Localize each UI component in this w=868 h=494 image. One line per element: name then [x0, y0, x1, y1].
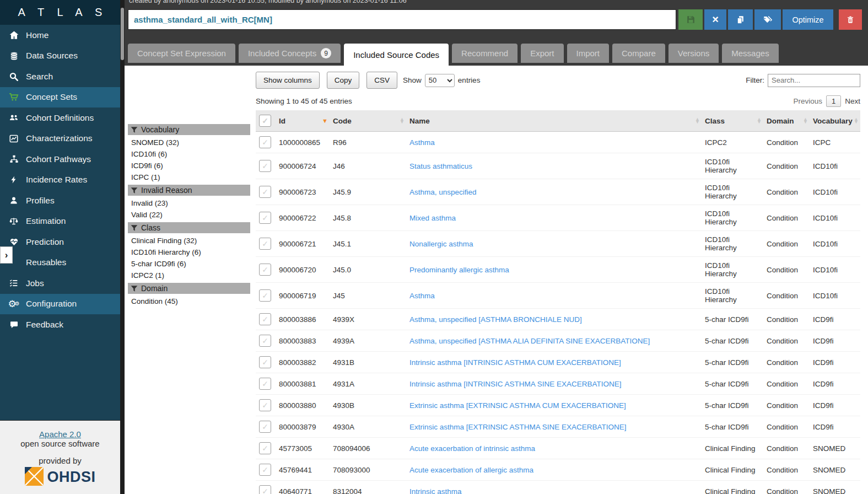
- row-checkbox[interactable]: ✓: [259, 356, 271, 368]
- concept-name-link[interactable]: Extrinsic asthma [EXTRINSIC ASTHMA CUM E…: [409, 401, 626, 410]
- row-checkbox[interactable]: ✓: [259, 264, 271, 276]
- sidebar-item-feedback[interactable]: Feedback: [0, 314, 120, 335]
- row-checkbox[interactable]: ✓: [259, 421, 271, 433]
- concept-name-link[interactable]: Predominantly allergic asthma: [409, 266, 509, 274]
- concept-name-link[interactable]: Intrinsic asthma [INTRINSIC ASTHMA SINE …: [409, 380, 622, 388]
- tab-export[interactable]: Export: [521, 44, 563, 63]
- show-columns-button[interactable]: Show columns: [256, 72, 320, 89]
- row-checkbox[interactable]: ✓: [259, 160, 271, 172]
- ohdsi-logo[interactable]: OHDSI: [0, 466, 120, 488]
- column-header-name[interactable]: Name▲▼: [406, 110, 702, 132]
- row-checkbox[interactable]: ✓: [259, 212, 271, 224]
- tab-compare[interactable]: Compare: [612, 44, 665, 63]
- sidebar-item-cohort-pathways[interactable]: Cohort Pathways: [0, 149, 120, 170]
- sidebar-item-data-sources[interactable]: Data Sources: [0, 46, 120, 67]
- tab-import[interactable]: Import: [567, 44, 610, 63]
- concept-name-link[interactable]: Intrinsic asthma: [409, 487, 462, 494]
- concept-name-link[interactable]: Extrinsic asthma [EXTRINSIC ASTHMA SINE …: [409, 423, 627, 431]
- column-header-code[interactable]: Code▲▼: [330, 110, 406, 132]
- tab-messages[interactable]: Messages: [722, 44, 778, 63]
- facet-item[interactable]: Condition (45): [128, 296, 250, 307]
- tab-included-concepts[interactable]: Included Concepts9: [239, 44, 341, 63]
- facet-item[interactable]: ICPC (1): [128, 171, 250, 183]
- facet-item[interactable]: ICD10fi (6): [128, 148, 250, 160]
- row-checkbox[interactable]: ✓: [259, 313, 271, 325]
- sidebar-item-jobs[interactable]: Jobs: [0, 273, 120, 294]
- cell-code: J46: [330, 153, 406, 179]
- sidebar-item-reusables[interactable]: Reusables: [0, 253, 120, 273]
- cell-domain: Condition: [763, 459, 810, 481]
- column-header-class[interactable]: Class▲▼: [702, 110, 763, 132]
- comment-icon: [7, 319, 21, 330]
- cell-id: 45769441: [276, 459, 330, 481]
- page-size-select[interactable]: 50: [425, 74, 455, 87]
- scrollbar-thumb[interactable]: [121, 8, 124, 60]
- concept-name-link[interactable]: Asthma: [409, 138, 435, 147]
- facet-item[interactable]: 5-char ICD9fi (6): [128, 258, 250, 270]
- concept-set-name-input[interactable]: [128, 9, 676, 30]
- sidebar-item-cohort-definitions[interactable]: Cohort Definitions: [0, 108, 120, 128]
- copy-button[interactable]: [728, 9, 753, 30]
- row-checkbox[interactable]: ✓: [259, 378, 271, 390]
- sidebar-item-incidence-rates[interactable]: Incidence Rates: [0, 170, 120, 191]
- facet-item[interactable]: ICD10fi Hierarchy (6): [128, 246, 250, 258]
- row-checkbox[interactable]: ✓: [259, 136, 271, 148]
- concept-name-link[interactable]: Asthma, unspecified [ASTHMA ALIA DEFINIT…: [409, 337, 650, 345]
- concept-name-link[interactable]: Acute exacerbation of intrinsic asthma: [409, 444, 535, 453]
- concept-name-link[interactable]: Asthma: [409, 292, 435, 300]
- row-checkbox[interactable]: ✓: [259, 464, 271, 476]
- column-header-vocabulary[interactable]: Vocabulary▲▼: [810, 110, 860, 132]
- row-checkbox[interactable]: ✓: [259, 289, 271, 302]
- facet-item[interactable]: ICD9fi (6): [128, 160, 250, 171]
- row-checkbox[interactable]: ✓: [259, 485, 271, 494]
- facet-item[interactable]: Clinical Finding (32): [128, 235, 250, 246]
- tab-recommend[interactable]: Recommend: [452, 44, 517, 63]
- optimize-button[interactable]: Optimize: [783, 9, 833, 30]
- concept-name-link[interactable]: Acute exacerbation of allergic asthma: [409, 466, 533, 474]
- page-number-button[interactable]: 1: [826, 95, 841, 107]
- cell-vocabulary: ICD10fi: [810, 179, 860, 205]
- select-all-checkbox[interactable]: ✓: [259, 115, 271, 127]
- tab-included-source-codes[interactable]: Included Source Codes: [344, 44, 449, 66]
- sidebar-item-home[interactable]: Home: [0, 25, 120, 46]
- save-button[interactable]: [678, 9, 703, 30]
- sidebar-item-estimation[interactable]: Estimation: [0, 211, 120, 232]
- concept-name-link[interactable]: Status asthmaticus: [409, 162, 472, 170]
- row-checkbox[interactable]: ✓: [259, 238, 271, 250]
- row-checkbox[interactable]: ✓: [259, 399, 271, 411]
- concept-name-link[interactable]: Asthma, unspecified: [409, 188, 477, 196]
- column-header-id[interactable]: Id▼: [276, 110, 330, 132]
- column-header-domain[interactable]: Domain▲▼: [763, 110, 810, 132]
- tasks-icon: [7, 278, 21, 289]
- sidebar-expand-button[interactable]: ›: [0, 246, 13, 264]
- facet-item[interactable]: ICPC2 (1): [128, 270, 250, 281]
- sidebar-item-profiles[interactable]: Profiles: [0, 190, 120, 211]
- sidebar-item-characterizations[interactable]: Characterizations: [0, 128, 120, 149]
- sidebar-item-concept-sets[interactable]: Concept Sets: [0, 87, 120, 108]
- previous-page-button[interactable]: Previous: [793, 97, 822, 105]
- next-page-button[interactable]: Next: [845, 97, 860, 105]
- sidebar-item-search[interactable]: Search: [0, 66, 120, 87]
- vertical-scrollbar[interactable]: [120, 0, 125, 494]
- copy-table-button[interactable]: Copy: [327, 72, 360, 89]
- facet-item[interactable]: SNOMED (32): [128, 137, 250, 148]
- sidebar-item-prediction[interactable]: Prediction: [0, 232, 120, 253]
- tab-versions[interactable]: Versions: [668, 44, 719, 63]
- csv-button[interactable]: CSV: [366, 72, 397, 89]
- sidebar-item-configuration[interactable]: ⚙⚙ Configuration: [0, 294, 120, 315]
- concept-name-link[interactable]: Asthma, unspecified [ASTHMA BRONCHIALE N…: [409, 315, 582, 324]
- tags-button[interactable]: [754, 9, 781, 30]
- facet-item[interactable]: Invalid (23): [128, 197, 250, 209]
- row-checkbox[interactable]: ✓: [259, 186, 271, 198]
- close-button[interactable]: ×: [704, 9, 726, 30]
- tab-concept-set-expression[interactable]: Concept Set Expression: [128, 44, 235, 63]
- facet-item[interactable]: Valid (22): [128, 209, 250, 221]
- row-checkbox[interactable]: ✓: [259, 335, 271, 347]
- apache-license-link[interactable]: Apache 2.0: [39, 429, 81, 439]
- concept-name-link[interactable]: Mixed asthma: [409, 214, 456, 222]
- concept-name-link[interactable]: Intrinsic asthma [INTRINSIC ASTHMA CUM E…: [409, 358, 621, 367]
- concept-name-link[interactable]: Nonallergic asthma: [409, 240, 473, 248]
- row-checkbox[interactable]: ✓: [259, 442, 271, 454]
- table-filter-input[interactable]: [768, 74, 860, 87]
- delete-button[interactable]: [839, 9, 862, 30]
